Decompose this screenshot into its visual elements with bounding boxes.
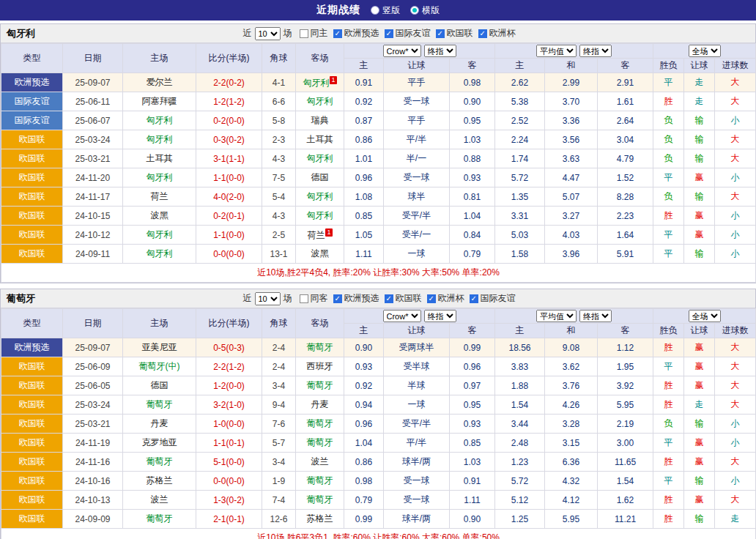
team-name-text: 葡萄牙	[147, 456, 173, 466]
team-name-text: 葡萄牙	[147, 513, 173, 524]
match-row: 欧国联25-06-05德国1-2(0-0)3-4葡萄牙0.92半球0.971.8…	[1, 376, 756, 395]
team-name-text: 阿塞拜疆	[142, 96, 177, 106]
match-date: 24-10-15	[63, 207, 123, 226]
column-subheader: 主	[495, 324, 545, 338]
avg-away-odds: 1.52	[598, 168, 653, 187]
filter-checkbox[interactable]: 欧洲杯	[478, 27, 516, 40]
odds-source-select[interactable]: Crow*	[383, 310, 421, 322]
match-score: 3-2(1-0)	[196, 395, 262, 415]
corner-score: 7-5	[262, 168, 296, 187]
match-score: 2-2(0-2)	[196, 73, 262, 92]
filter-checkbox[interactable]: 同客	[300, 292, 328, 305]
goals-result: 走	[715, 510, 756, 529]
handicap-away-odds: 0.93	[450, 168, 495, 187]
avg-away-odds: 3.04	[598, 130, 653, 149]
avg-home-odds: 1.58	[495, 245, 545, 264]
avg-home-odds: 1.88	[495, 376, 545, 395]
goals-result: 大	[715, 149, 756, 168]
odds-final-select[interactable]: 终指	[424, 310, 456, 322]
home-team: 波兰	[123, 491, 196, 510]
team-name-text: 土耳其	[147, 153, 173, 163]
home-team: 匈牙利	[123, 130, 196, 149]
filter-checkbox[interactable]: 欧国联	[436, 27, 473, 40]
team-name-text: 西班牙	[307, 361, 333, 371]
filter-bar: 近10场同主欧洲预选国际友谊欧国联欧洲杯	[1, 27, 755, 40]
match-score: 2-1(0-1)	[196, 510, 262, 529]
corner-score: 3-4	[262, 376, 296, 395]
avg-draw-odds: 6.36	[545, 453, 598, 472]
outcome-result: 胜	[653, 491, 684, 510]
team-name-text: 葡萄牙	[147, 399, 173, 409]
match-type: 欧洲预选	[1, 338, 63, 357]
handicap-home-odds: 0.87	[344, 111, 384, 130]
handicap-away-odds: 0.81	[450, 187, 495, 207]
avg-draw-odds: 3.62	[545, 357, 598, 376]
avg-away-odds: 2.91	[598, 73, 653, 92]
match-score: 4-0(2-0)	[196, 187, 262, 207]
match-count-select[interactable]: 10	[255, 27, 281, 40]
match-row: 欧国联25-06-09葡萄牙(中)2-2(1-2)2-4西班牙0.93受半球0.…	[1, 357, 756, 376]
avg-home-odds: 1.23	[495, 453, 545, 472]
avg-final-select[interactable]: 终指	[579, 310, 612, 322]
team-name-text: 匈牙利	[307, 96, 333, 106]
odds-source-select[interactable]: Crow*	[383, 45, 421, 57]
avg-home-odds: 2.24	[495, 130, 545, 149]
odds-group-header: Crow*终指	[344, 44, 495, 59]
home-team: 葡萄牙	[123, 453, 196, 472]
filter-checkbox[interactable]: 欧洲预选	[333, 292, 379, 305]
filter-checkbox[interactable]: 同主	[300, 27, 328, 40]
outcome-result: 胜	[653, 510, 684, 529]
corner-score: 4-3	[262, 207, 296, 226]
summary-row: 近10场,胜2平4负4, 胜率:20% 让胜率:30% 大率:50% 单率:20…	[1, 264, 756, 283]
view-radio-horizontal[interactable]: 横版	[410, 4, 440, 17]
filter-checkbox[interactable]: 国际友谊	[385, 27, 431, 40]
avg-away-odds: 1.61	[598, 92, 653, 111]
team-name-text: 葡萄牙(中)	[139, 361, 180, 371]
home-team: 匈牙利	[123, 226, 196, 245]
filter-checkbox[interactable]: 欧洲杯	[427, 292, 464, 305]
handicap-line: 受一球	[384, 92, 450, 111]
filter-checkbox[interactable]: 国际友谊	[470, 292, 516, 305]
handicap-home-odds: 0.94	[344, 395, 384, 415]
match-count-select[interactable]: 10	[255, 292, 281, 305]
filter-checkbox[interactable]: 欧洲预选	[333, 27, 379, 40]
handicap-away-odds: 0.95	[450, 111, 495, 130]
odds-final-select[interactable]: 终指	[424, 45, 456, 57]
checkbox-icon	[385, 29, 393, 38]
handicap-home-odds: 0.90	[344, 338, 384, 357]
view-radio-vertical[interactable]: 竖版	[371, 4, 400, 17]
corner-score: 3-4	[262, 453, 296, 472]
handicap-result: 输	[684, 510, 715, 529]
scope-select[interactable]: 全场	[689, 310, 721, 322]
outcome-result: 胜	[653, 453, 684, 472]
outcome-result: 胜	[653, 338, 684, 357]
team-name-text: 丹麦	[151, 418, 168, 428]
goals-result: 小	[715, 111, 756, 130]
avg-final-select[interactable]: 终指	[579, 45, 612, 57]
column-subheader: 客	[598, 59, 653, 73]
handicap-home-odds: 1.08	[344, 187, 384, 207]
filter-checkbox[interactable]: 欧国联	[385, 292, 422, 305]
match-type: 欧国联	[1, 415, 63, 434]
match-type: 欧国联	[1, 434, 63, 453]
scope-select[interactable]: 全场	[689, 45, 721, 57]
match-date: 25-03-21	[63, 149, 123, 168]
section-header: 近10场同主欧洲预选国际友谊欧国联欧洲杯匈牙利	[1, 24, 755, 43]
avg-group-header: 平均值终指	[495, 309, 653, 324]
team-name-text: 匈牙利	[307, 191, 333, 201]
handicap-line: 受平/半	[384, 415, 450, 434]
match-score: 2-2(1-2)	[196, 357, 262, 376]
match-type: 欧国联	[1, 130, 63, 149]
team-name-text: 匈牙利	[307, 153, 333, 163]
avg-source-select[interactable]: 平均值	[536, 45, 577, 57]
handicap-away-odds: 1.04	[450, 207, 495, 226]
handicap-result: 赢	[684, 168, 715, 187]
match-type: 欧洲预选	[1, 73, 63, 92]
avg-draw-odds: 4.26	[545, 395, 598, 415]
odds-group-header: Crow*终指	[344, 309, 495, 324]
corner-score: 5-7	[262, 434, 296, 453]
away-team: 葡萄牙	[296, 491, 344, 510]
avg-source-select[interactable]: 平均值	[536, 310, 577, 322]
team-name: 匈牙利	[7, 27, 35, 40]
checkbox-icon	[436, 29, 445, 38]
